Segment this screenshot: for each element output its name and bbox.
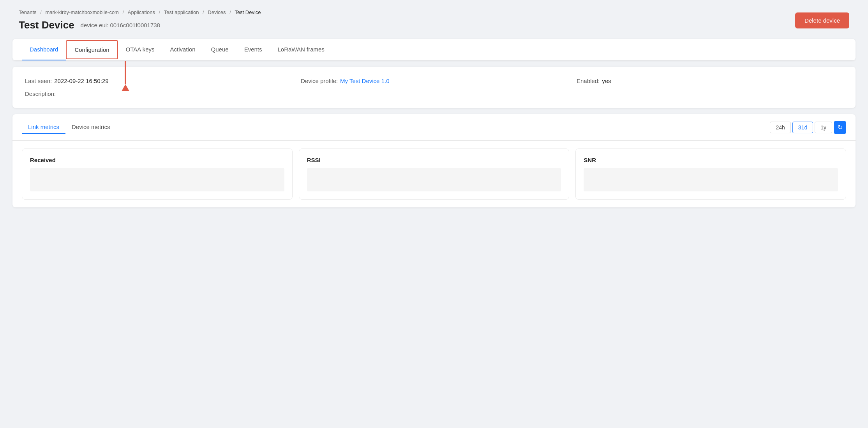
last-seen-label: Last seen: bbox=[25, 78, 52, 84]
tab-dashboard[interactable]: Dashboard bbox=[22, 39, 66, 60]
time-btn-31d[interactable]: 31d bbox=[792, 122, 813, 133]
chart-received: Received bbox=[22, 149, 293, 200]
enabled-value: yes bbox=[602, 78, 611, 84]
breadcrumb-tenant[interactable]: mark-kirby-matchboxmobile-com bbox=[45, 9, 119, 15]
tab-activation[interactable]: Activation bbox=[162, 39, 203, 60]
breadcrumb: Tenants / mark-kirby-matchboxmobile-com … bbox=[19, 9, 261, 15]
breadcrumb-devices[interactable]: Devices bbox=[208, 9, 226, 15]
tab-otaa-keys[interactable]: OTAA keys bbox=[118, 39, 162, 60]
device-info-card: Last seen: 2022-09-22 16:50:29 Device pr… bbox=[12, 67, 856, 108]
chart-rssi: RSSI bbox=[299, 149, 570, 200]
chart-received-placeholder bbox=[30, 168, 284, 191]
breadcrumb-tenants[interactable]: Tenants bbox=[19, 9, 37, 15]
refresh-button[interactable]: ↻ bbox=[834, 121, 846, 134]
time-btn-24h[interactable]: 24h bbox=[770, 122, 790, 133]
breadcrumb-sep-2: / bbox=[123, 9, 125, 15]
last-seen-value: 2022-09-22 16:50:29 bbox=[54, 78, 108, 84]
metrics-tab-device[interactable]: Device metrics bbox=[65, 120, 116, 134]
page-title: Test Device bbox=[19, 19, 74, 31]
chart-snr: SNR bbox=[575, 149, 846, 200]
metrics-header: Link metrics Device metrics 24h 31d 1y ↻ bbox=[12, 114, 856, 141]
breadcrumb-applications[interactable]: Applications bbox=[128, 9, 155, 15]
device-profile-field: Device profile: My Test Device 1.0 bbox=[301, 78, 567, 84]
enabled-label: Enabled: bbox=[577, 78, 600, 84]
enabled-field: Enabled: yes bbox=[577, 78, 843, 84]
chart-received-title: Received bbox=[30, 157, 284, 163]
device-profile-value[interactable]: My Test Device 1.0 bbox=[340, 78, 389, 84]
tab-queue[interactable]: Queue bbox=[203, 39, 236, 60]
breadcrumb-current: Test Device bbox=[235, 9, 261, 15]
tab-events[interactable]: Events bbox=[236, 39, 270, 60]
charts-row: Received RSSI SNR bbox=[12, 141, 856, 207]
device-profile-label: Device profile: bbox=[301, 78, 338, 84]
refresh-icon: ↻ bbox=[838, 124, 843, 131]
description-field: Description: bbox=[25, 90, 291, 97]
tab-lorawan-frames[interactable]: LoRaWAN frames bbox=[270, 39, 332, 60]
time-btn-1y[interactable]: 1y bbox=[815, 122, 832, 133]
metrics-tabs: Link metrics Device metrics bbox=[22, 120, 116, 134]
chart-snr-title: SNR bbox=[584, 157, 838, 163]
description-label: Description: bbox=[25, 90, 56, 97]
tabs-card: Dashboard Configuration OTAA keys Activa… bbox=[12, 39, 856, 60]
metrics-card: Link metrics Device metrics 24h 31d 1y ↻ bbox=[12, 114, 856, 207]
breadcrumb-sep-5: / bbox=[229, 9, 232, 15]
last-seen-field: Last seen: 2022-09-22 16:50:29 bbox=[25, 78, 291, 84]
chart-rssi-title: RSSI bbox=[307, 157, 561, 163]
chart-rssi-placeholder bbox=[307, 168, 561, 191]
tabs-nav: Dashboard Configuration OTAA keys Activa… bbox=[12, 39, 856, 60]
device-eui: device eui: 0016c001f0001738 bbox=[81, 22, 160, 28]
time-controls: 24h 31d 1y ↻ bbox=[770, 121, 846, 134]
device-eui-value: 0016c001f0001738 bbox=[110, 22, 160, 28]
breadcrumb-test-application[interactable]: Test application bbox=[164, 9, 199, 15]
metrics-tab-link[interactable]: Link metrics bbox=[22, 120, 65, 134]
device-eui-label: device eui: bbox=[81, 22, 109, 28]
delete-device-button[interactable]: Delete device bbox=[795, 12, 849, 28]
breadcrumb-sep-4: / bbox=[203, 9, 205, 15]
chart-snr-placeholder bbox=[584, 168, 838, 191]
breadcrumb-sep-3: / bbox=[159, 9, 162, 15]
tab-configuration[interactable]: Configuration bbox=[66, 40, 118, 59]
breadcrumb-sep-1: / bbox=[40, 9, 43, 15]
